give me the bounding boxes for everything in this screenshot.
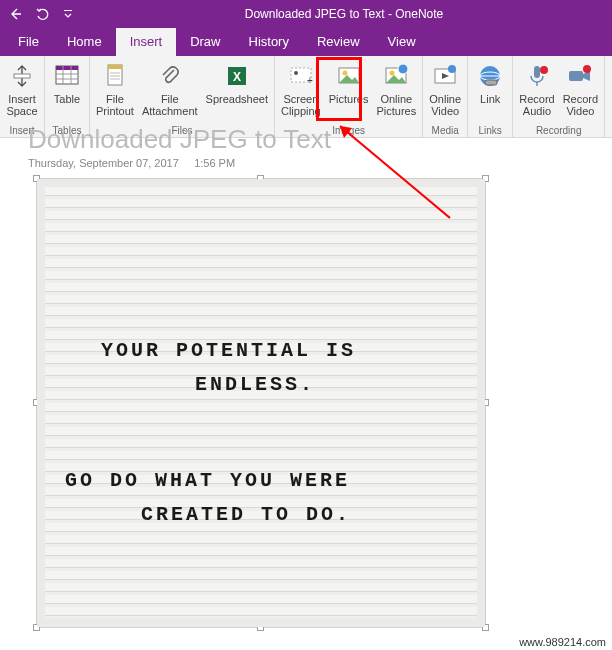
svg-point-33: [583, 65, 591, 73]
undo-icon: [35, 7, 49, 21]
table-button[interactable]: Table: [47, 58, 87, 105]
svg-point-21: [390, 71, 395, 76]
letterboard-rails: [45, 187, 477, 619]
page-surface[interactable]: Downloaded JPEG to Text Thursday, Septem…: [0, 138, 612, 636]
svg-text:X: X: [233, 70, 241, 84]
videocam-icon: [564, 60, 596, 92]
tab-history[interactable]: History: [235, 28, 303, 56]
record-video-label: Record Video: [563, 93, 598, 117]
spreadsheet-label: Spreadsheet: [206, 93, 268, 105]
file-printout-label: File Printout: [96, 93, 134, 117]
svg-point-31: [540, 66, 548, 74]
ribbon-group-truncated: Dat: [605, 56, 612, 138]
qat-customize-button[interactable]: [56, 3, 80, 25]
svg-text:+: +: [307, 75, 313, 86]
online-pictures-label: Online Pictures: [376, 93, 416, 117]
file-printout-button[interactable]: File Printout: [92, 58, 138, 117]
pictures-label: Pictures: [329, 93, 369, 105]
microphone-icon: [521, 60, 553, 92]
online-video-label: Online Video: [429, 93, 461, 117]
tab-file[interactable]: File: [4, 28, 53, 56]
page-date-text: Thursday, September 07, 2017: [28, 157, 179, 169]
table-icon: [51, 60, 83, 92]
board-line-2: ENDLESS.: [195, 373, 315, 396]
board-line-3: GO DO WHAT YOU WERE: [65, 469, 350, 492]
page-time-text: 1:56 PM: [194, 157, 235, 169]
svg-point-24: [448, 65, 456, 73]
online-video-button[interactable]: Online Video: [425, 58, 465, 117]
undo-button[interactable]: [30, 3, 54, 25]
link-label: Link: [480, 93, 500, 105]
spreadsheet-icon: X: [221, 60, 253, 92]
spreadsheet-button[interactable]: X Spreadsheet: [202, 58, 272, 105]
online-pictures-icon: [380, 60, 412, 92]
chevron-down-icon: [63, 9, 73, 19]
svg-rect-3: [56, 66, 78, 70]
link-icon: [474, 60, 506, 92]
window-title: Downloaded JPEG to Text - OneNote: [80, 7, 608, 21]
title-bar: Downloaded JPEG to Text - OneNote: [0, 0, 612, 28]
online-video-icon: [429, 60, 461, 92]
svg-rect-9: [108, 65, 122, 69]
link-button[interactable]: Link: [470, 58, 510, 105]
inserted-image[interactable]: YOUR POTENTIAL IS ENDLESS. GO DO WHAT YO…: [36, 178, 486, 628]
svg-point-22: [398, 64, 408, 74]
online-pictures-button[interactable]: Online Pictures: [372, 58, 420, 117]
insert-space-icon: [6, 60, 38, 92]
insert-space-label: Insert Space: [6, 93, 37, 117]
page-title[interactable]: Downloaded JPEG to Text: [28, 124, 600, 155]
file-attachment-label: File Attachment: [142, 93, 198, 117]
svg-rect-28: [485, 80, 497, 85]
ribbon-tabs: File Home Insert Draw History Review Vie…: [0, 28, 612, 56]
svg-rect-29: [534, 66, 540, 78]
record-audio-button[interactable]: Record Audio: [515, 58, 558, 117]
board-line-4: CREATED TO DO.: [141, 503, 351, 526]
footer-url: www.989214.com: [519, 636, 612, 650]
pictures-icon: [333, 60, 365, 92]
svg-point-19: [342, 71, 347, 76]
svg-rect-0: [64, 10, 72, 11]
record-audio-label: Record Audio: [519, 93, 554, 117]
letterboard-image: YOUR POTENTIAL IS ENDLESS. GO DO WHAT YO…: [37, 179, 485, 627]
tab-insert[interactable]: Insert: [116, 28, 177, 56]
file-printout-icon: [99, 60, 131, 92]
insert-space-button[interactable]: Insert Space: [2, 58, 42, 117]
screen-clipping-label: Screen Clipping: [281, 93, 321, 117]
tab-home[interactable]: Home: [53, 28, 116, 56]
date-button[interactable]: Dat: [607, 58, 612, 105]
pictures-button[interactable]: Pictures: [325, 58, 373, 105]
tab-draw[interactable]: Draw: [176, 28, 234, 56]
svg-point-16: [294, 71, 298, 75]
back-button[interactable]: [4, 3, 28, 25]
screen-clipping-icon: +: [285, 60, 317, 92]
tab-review[interactable]: Review: [303, 28, 374, 56]
quick-access-toolbar: [4, 3, 80, 25]
back-arrow-icon: [9, 7, 23, 21]
paperclip-icon: [154, 60, 186, 92]
table-label: Table: [54, 93, 80, 105]
svg-rect-32: [569, 71, 583, 81]
tab-view[interactable]: View: [374, 28, 430, 56]
board-line-1: YOUR POTENTIAL IS: [101, 339, 356, 362]
svg-rect-1: [14, 74, 30, 78]
page-timestamp: Thursday, September 07, 2017 1:56 PM: [28, 157, 600, 169]
screen-clipping-button[interactable]: + Screen Clipping: [277, 58, 325, 117]
record-video-button[interactable]: Record Video: [559, 58, 602, 117]
file-attachment-button[interactable]: File Attachment: [138, 58, 202, 117]
